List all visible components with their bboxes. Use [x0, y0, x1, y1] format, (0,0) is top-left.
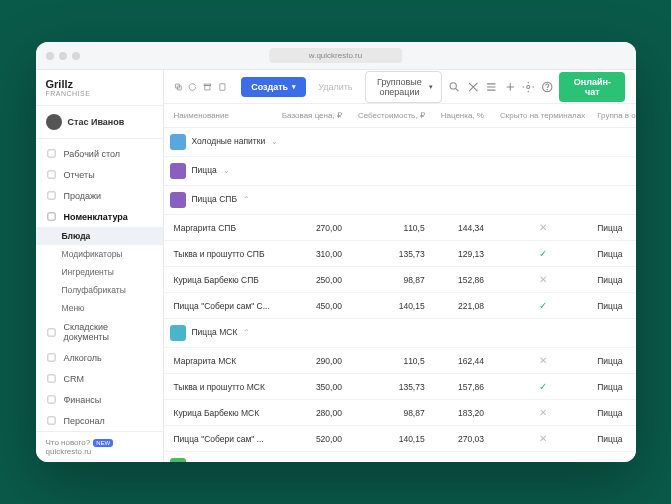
archive-icon[interactable] [203, 80, 212, 94]
item-hidden: ✓ [494, 374, 591, 400]
item-name: Пицца "Собери сам" ... [164, 426, 276, 452]
refresh-icon[interactable] [188, 80, 197, 94]
chevron-icon: ⌃ [243, 328, 250, 337]
settings-icon[interactable] [522, 80, 534, 94]
table-row[interactable]: Тыква и прошутто СПБ310,00135,73129,13✓П… [164, 241, 636, 267]
search-icon[interactable] [448, 80, 460, 94]
item-name: Маргарита СПБ [164, 215, 276, 241]
tools-icon[interactable] [467, 80, 479, 94]
col-header-5[interactable]: Группа в онлайн-меню [591, 104, 635, 128]
nav-icon [46, 415, 57, 426]
table-row[interactable]: Пицца "Собери сам" ...520,00140,15270,03… [164, 426, 636, 452]
item-markup: 144,34 [435, 215, 494, 241]
sidebar-subitem-3-1[interactable]: Модификаторы [36, 245, 163, 263]
item-group: Пицца [591, 215, 635, 241]
sidebar-item-1[interactable]: Отчеты [36, 164, 163, 185]
brand[interactable]: Grillz FRANCHISE [36, 70, 163, 106]
group-row[interactable]: Холодные напитки⌄ [164, 128, 636, 157]
nav-icon [46, 169, 57, 180]
category-icon [170, 458, 186, 462]
item-markup: 270,03 [435, 426, 494, 452]
svg-point-22 [527, 85, 530, 88]
nav-icon [46, 211, 57, 222]
table-row[interactable]: Пицца "Собери сам" С...450,00140,15221,0… [164, 293, 636, 319]
item-hidden: ✕ [494, 215, 591, 241]
add-icon[interactable] [504, 80, 516, 94]
delete-button[interactable]: Удалить [312, 77, 358, 97]
svg-rect-14 [220, 83, 225, 90]
svg-rect-4 [47, 328, 54, 335]
item-markup: 152,86 [435, 267, 494, 293]
export-icon[interactable] [218, 80, 227, 94]
category-icon [170, 192, 186, 208]
content: НаименованиеБазовая цена, ₽Себестоимость… [164, 104, 636, 462]
sidebar-subitem-3-0[interactable]: Блюда [36, 227, 163, 245]
window-controls[interactable] [46, 52, 80, 60]
table-row[interactable]: Курица Барбекю МСК280,0098,87183,20✕Пицц… [164, 400, 636, 426]
item-price: 450,00 [276, 293, 352, 319]
table-row[interactable]: Маргарита СПБ270,00110,5144,34✕Пицца [164, 215, 636, 241]
user-name: Стас Иванов [68, 117, 125, 127]
item-price: 250,00 [276, 267, 352, 293]
svg-rect-6 [47, 375, 54, 382]
close-dot[interactable] [46, 52, 54, 60]
group-ops-button[interactable]: Групповые операции [365, 71, 443, 103]
col-header-0[interactable]: Наименование [164, 104, 276, 128]
item-cost: 98,87 [352, 400, 435, 426]
group-row[interactable]: Пицца СПБ⌃ [164, 186, 636, 215]
chevron-icon: ⌄ [228, 461, 235, 462]
group-row[interactable]: Салаты⌄ [164, 452, 636, 463]
nav-icon [46, 190, 57, 201]
sidebar-subitem-3-4[interactable]: Меню [36, 299, 163, 317]
svg-point-15 [450, 82, 456, 88]
col-header-3[interactable]: Наценка, % [435, 104, 494, 128]
table-row[interactable]: Маргарита МСК290,00110,5162,44✕Пицца [164, 348, 636, 374]
table-row[interactable]: Курица Барбекю СПБ250,0098,87152,86✕Пицц… [164, 267, 636, 293]
whats-new[interactable]: Что нового?NEW [46, 438, 153, 447]
sidebar-item-4[interactable]: Складские документы [36, 317, 163, 347]
item-group: Пицца [591, 293, 635, 319]
sidebar-subitem-3-3[interactable]: Полуфабрикаты [36, 281, 163, 299]
col-header-1[interactable]: Базовая цена, ₽ [276, 104, 352, 128]
main: Создать Удалить Групповые операции Онлай… [164, 70, 636, 462]
item-name: Пицца "Собери сам" С... [164, 293, 276, 319]
sidebar-item-6[interactable]: CRM [36, 368, 163, 389]
url-bar[interactable]: w.quickresto.ru [269, 48, 402, 63]
min-dot[interactable] [59, 52, 67, 60]
item-price: 270,00 [276, 215, 352, 241]
copy-icon[interactable] [174, 80, 183, 94]
item-cost: 135,73 [352, 241, 435, 267]
group-row[interactable]: Пицца МСК⌃ [164, 319, 636, 348]
create-button[interactable]: Создать [241, 77, 306, 97]
sidebar-item-2[interactable]: Продажи [36, 185, 163, 206]
item-markup: 157,86 [435, 374, 494, 400]
sidebar-item-8[interactable]: Персонал [36, 410, 163, 431]
nav: Рабочий столОтчетыПродажиНоменклатураБлю… [36, 139, 163, 431]
help-icon[interactable] [541, 80, 553, 94]
chat-button[interactable]: Онлайн-чат [559, 72, 625, 102]
table-row[interactable]: Тыква и прошутто МСК350,00135,73157,86✓П… [164, 374, 636, 400]
list-icon[interactable] [485, 80, 497, 94]
toolbar: Создать Удалить Групповые операции Онлай… [164, 70, 636, 104]
max-dot[interactable] [72, 52, 80, 60]
sidebar: Grillz FRANCHISE Стас Иванов Рабочий сто… [36, 70, 164, 462]
table-wrap[interactable]: НаименованиеБазовая цена, ₽Себестоимость… [164, 104, 636, 462]
group-row[interactable]: Пицца⌄ [164, 157, 636, 186]
item-price: 280,00 [276, 400, 352, 426]
item-markup: 183,20 [435, 400, 494, 426]
domain-link[interactable]: quickresto.ru [46, 447, 153, 456]
sidebar-item-0[interactable]: Рабочий стол [36, 143, 163, 164]
avatar [46, 114, 62, 130]
app-window: w.quickresto.ru Grillz FRANCHISE Стас Ив… [36, 42, 636, 462]
sidebar-item-3[interactable]: Номенклатура [36, 206, 163, 227]
items-table: НаименованиеБазовая цена, ₽Себестоимость… [164, 104, 636, 462]
user-block[interactable]: Стас Иванов [36, 106, 163, 139]
sidebar-item-5[interactable]: Алкоголь [36, 347, 163, 368]
sidebar-subitem-3-2[interactable]: Ингредиенты [36, 263, 163, 281]
item-markup: 162,44 [435, 348, 494, 374]
col-header-4[interactable]: Скрыто на терминалах [494, 104, 591, 128]
item-cost: 110,5 [352, 215, 435, 241]
col-header-2[interactable]: Себестоимость, ₽ [352, 104, 435, 128]
sidebar-footer: Что нового?NEW quickresto.ru [36, 431, 163, 462]
sidebar-item-7[interactable]: Финансы [36, 389, 163, 410]
